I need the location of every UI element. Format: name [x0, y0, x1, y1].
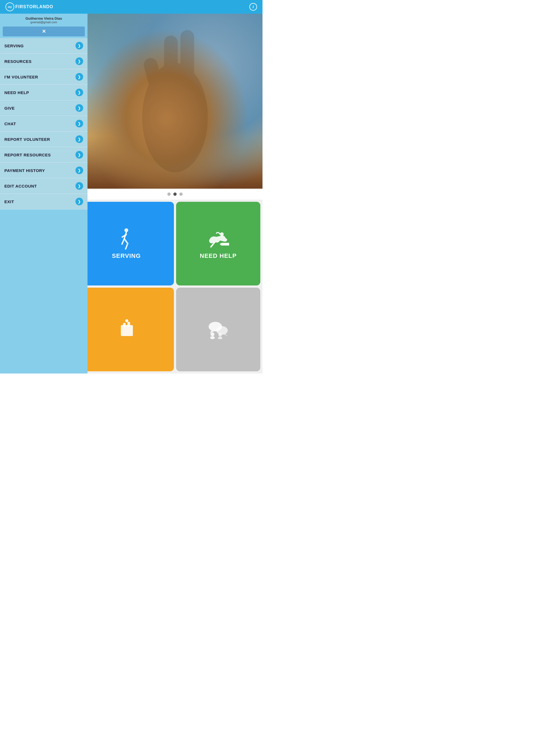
sidebar-item-label-edit-account: EDIT ACCOUNT — [4, 184, 37, 188]
sidebar-item-arrow-payment-history: ❯ — [75, 166, 83, 174]
tile-need-help-label: NEED HELP — [200, 252, 237, 259]
svg-rect-1 — [164, 35, 178, 90]
svg-rect-14 — [121, 325, 133, 336]
sidebar-item-arrow-serving: ❯ — [75, 42, 83, 50]
logo-my-circle: my — [5, 2, 14, 11]
tile-give[interactable] — [87, 288, 174, 371]
tile-serving-label: SERVING — [112, 252, 141, 259]
sidebar-item-chat[interactable]: CHAT❯ — [0, 116, 87, 131]
sidebar-item-arrow-exit: ❯ — [75, 198, 83, 205]
sidebar-item-label-serving: SERVING — [4, 44, 24, 48]
content-area: SERVING NEED HELP — [87, 14, 262, 374]
sidebar-item-arrow-report-resources: ❯ — [75, 151, 83, 159]
sidebar-item-arrow-need-help: ❯ — [75, 88, 83, 96]
svg-rect-15 — [123, 323, 126, 327]
hero-hand-svg — [87, 14, 262, 189]
hero-dots — [87, 189, 262, 200]
handshake-icon — [207, 228, 229, 250]
svg-rect-2 — [180, 30, 194, 90]
sidebar-item-label-im-volunteer: I'M VOLUNTEER — [4, 75, 38, 79]
sidebar-item-label-resources: RESOURCES — [4, 59, 32, 64]
hero-dot-3[interactable] — [179, 192, 183, 196]
svg-marker-21 — [224, 334, 228, 336]
sidebar-close-button[interactable]: ✕ — [3, 27, 85, 36]
tile-need-help[interactable]: NEED HELP — [176, 202, 260, 285]
app-logo: my FIRSTORLANDO — [5, 2, 53, 11]
tiles-grid: SERVING NEED HELP — [87, 200, 262, 374]
sidebar-item-serving[interactable]: SERVING❯ — [0, 38, 87, 54]
sidebar: Guilherme Vieira Dias gveirad@gmail.com … — [0, 14, 87, 374]
svg-point-22 — [210, 333, 214, 336]
hero-image — [87, 14, 262, 189]
sidebar-item-im-volunteer[interactable]: I'M VOLUNTEER❯ — [0, 69, 87, 85]
sidebar-item-edit-account[interactable]: EDIT ACCOUNT❯ — [0, 178, 87, 194]
sidebar-nav: SERVING❯RESOURCES❯I'M VOLUNTEER❯NEED HEL… — [0, 38, 87, 374]
sidebar-item-label-give: GIVE — [4, 106, 15, 110]
svg-point-24 — [219, 333, 222, 337]
give-icon — [116, 318, 137, 340]
svg-rect-16 — [127, 322, 130, 327]
sidebar-item-payment-history[interactable]: PAYMENT HISTORY❯ — [0, 163, 87, 178]
sidebar-item-arrow-im-volunteer: ❯ — [75, 73, 83, 81]
sidebar-item-need-help[interactable]: NEED HELP❯ — [0, 85, 87, 100]
sidebar-item-label-report-resources: REPORT RESOURCES — [4, 153, 51, 157]
sidebar-item-report-volunteer[interactable]: REPORT VOLUNTEER❯ — [0, 131, 87, 147]
svg-point-20 — [216, 326, 228, 335]
close-icon: ✕ — [42, 28, 46, 34]
logo-title: FIRSTORLANDO — [15, 4, 53, 9]
sidebar-item-exit[interactable]: EXIT❯ — [0, 194, 87, 209]
sidebar-user: Guilherme Vieira Dias gveirad@gmail.com — [0, 14, 87, 25]
sidebar-item-label-payment-history: PAYMENT HISTORY — [4, 168, 45, 173]
svg-point-23 — [210, 336, 215, 339]
hero-dot-2[interactable] — [173, 192, 177, 196]
app-header: my FIRSTORLANDO i — [0, 0, 262, 14]
svg-line-8 — [126, 243, 128, 249]
chat-icon — [206, 320, 230, 339]
hero-dot-1[interactable] — [167, 192, 171, 196]
sidebar-item-give[interactable]: GIVE❯ — [0, 100, 87, 116]
svg-point-17 — [125, 319, 128, 322]
logo-my-text: my — [8, 5, 12, 8]
sidebar-item-label-chat: CHAT — [4, 121, 16, 126]
sidebar-item-label-exit: EXIT — [4, 199, 14, 204]
sidebar-item-arrow-resources: ❯ — [75, 57, 83, 65]
svg-point-25 — [218, 337, 222, 339]
sidebar-username: Guilherme Vieira Dias — [0, 17, 87, 21]
sidebar-item-label-need-help: NEED HELP — [4, 90, 29, 95]
sidebar-item-resources[interactable]: RESOURCES❯ — [0, 54, 87, 69]
sidebar-item-arrow-report-volunteer: ❯ — [75, 135, 83, 143]
info-button[interactable]: i — [249, 3, 257, 11]
walking-icon — [116, 228, 137, 250]
svg-line-6 — [122, 239, 124, 244]
sidebar-email: gveirad@gmail.com — [0, 21, 87, 24]
tile-chat[interactable] — [176, 288, 260, 371]
svg-line-7 — [124, 239, 128, 243]
sidebar-item-arrow-edit-account: ❯ — [75, 182, 83, 190]
sidebar-item-report-resources[interactable]: REPORT RESOURCES❯ — [0, 147, 87, 163]
main-layout: Guilherme Vieira Dias gveirad@gmail.com … — [0, 14, 262, 374]
tile-serving[interactable]: SERVING — [87, 202, 174, 285]
sidebar-item-arrow-chat: ❯ — [75, 120, 83, 127]
sidebar-item-label-report-volunteer: REPORT VOLUNTEER — [4, 137, 50, 141]
sidebar-item-arrow-give: ❯ — [75, 104, 83, 112]
